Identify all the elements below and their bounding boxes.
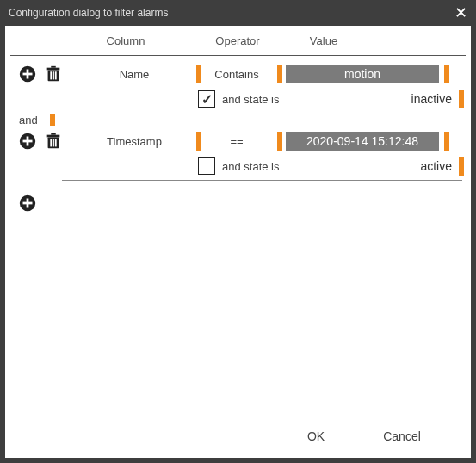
- column-selector[interactable]: Timestamp: [77, 135, 191, 148]
- accent-bar: [444, 132, 449, 151]
- value-input[interactable]: motion: [286, 65, 439, 83]
- accent-bar: [459, 157, 464, 176]
- state-value-selector[interactable]: inactive: [300, 92, 459, 106]
- svg-rect-14: [53, 139, 54, 146]
- accent-bar: [459, 90, 464, 108]
- add-rule-icon[interactable]: [17, 193, 38, 213]
- divider: [60, 120, 461, 120]
- state-label: and state is: [222, 93, 300, 106]
- accent-bar: [50, 114, 55, 126]
- connector-selector[interactable]: and: [19, 114, 45, 127]
- header-column: Column: [57, 34, 195, 47]
- ok-button[interactable]: OK: [273, 429, 359, 443]
- svg-rect-8: [51, 66, 56, 68]
- svg-rect-16: [47, 135, 60, 138]
- state-checkbox[interactable]: ✓: [198, 90, 215, 108]
- state-label: and state is: [222, 160, 300, 173]
- accent-bar: [444, 65, 449, 83]
- filter-rule: Timestamp == 2020-09-14 15:12:48: [5, 128, 471, 154]
- dialog-panel: Column Operator Value Name Contains moti…: [5, 26, 471, 458]
- delete-rule-icon[interactable]: [43, 64, 64, 84]
- operator-selector[interactable]: Contains: [201, 68, 272, 81]
- close-icon[interactable]: ✕: [454, 3, 467, 22]
- dialog-title: Configuration dialog to filter alarms: [9, 7, 168, 19]
- state-row: and state is active: [5, 154, 471, 178]
- add-rule-icon[interactable]: [17, 64, 38, 84]
- filter-rule: Name Contains motion: [5, 61, 471, 87]
- header-operator: Operator: [195, 34, 281, 47]
- cancel-button[interactable]: Cancel: [359, 429, 445, 443]
- svg-rect-5: [53, 71, 54, 79]
- svg-rect-20: [23, 202, 33, 205]
- state-value-selector[interactable]: active: [300, 159, 459, 173]
- svg-rect-4: [50, 71, 52, 79]
- divider: [10, 55, 466, 56]
- dialog-footer: OK Cancel: [5, 415, 471, 458]
- column-selector[interactable]: Name: [77, 68, 191, 81]
- svg-rect-17: [51, 133, 56, 135]
- state-checkbox[interactable]: [198, 157, 215, 175]
- svg-rect-2: [23, 73, 33, 76]
- add-rule-icon[interactable]: [17, 131, 38, 151]
- state-row: ✓ and state is inactive: [5, 87, 471, 111]
- svg-rect-13: [50, 139, 52, 146]
- svg-rect-6: [55, 71, 57, 79]
- svg-rect-7: [47, 68, 60, 71]
- column-headers: Column Operator Value: [5, 26, 471, 55]
- svg-rect-11: [23, 140, 33, 143]
- connector-row: and: [5, 113, 471, 127]
- operator-selector[interactable]: ==: [201, 135, 272, 148]
- delete-rule-icon[interactable]: [43, 131, 64, 151]
- header-value: Value: [281, 34, 367, 47]
- value-input[interactable]: 2020-09-14 15:12:48: [286, 132, 439, 151]
- svg-rect-15: [55, 139, 57, 146]
